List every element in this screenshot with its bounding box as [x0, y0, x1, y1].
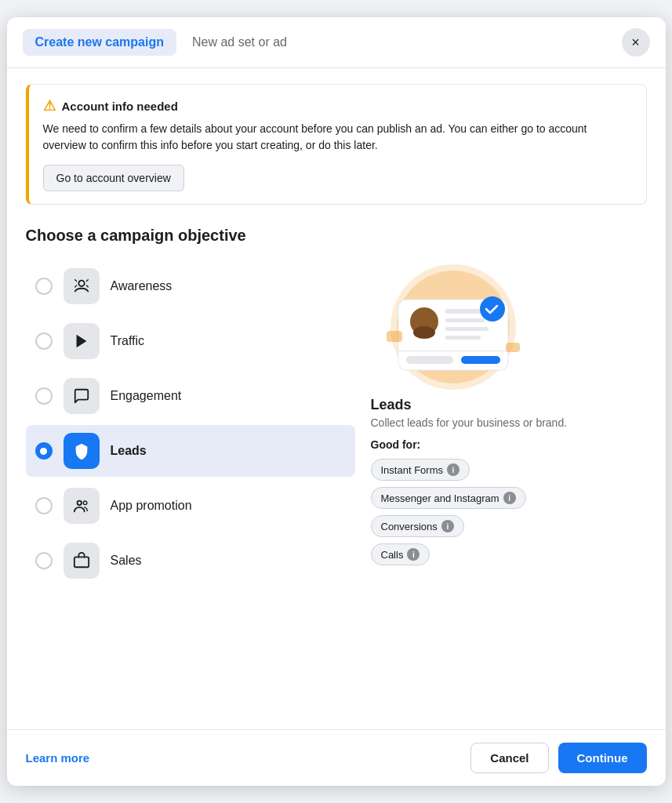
objective-item-engagement[interactable]: Engagement — [26, 370, 355, 422]
svg-rect-12 — [445, 336, 481, 340]
svg-rect-3 — [74, 557, 88, 567]
modal-footer: Learn more Cancel Continue — [7, 729, 666, 786]
leads-label: Leads — [111, 444, 147, 458]
tag-conversions-label: Conversions — [381, 521, 438, 532]
svg-point-1 — [77, 501, 82, 506]
tag-messenger-instagram: Messenger and Instagram i — [371, 487, 526, 509]
app-promotion-icon — [73, 497, 90, 514]
section-title: Choose a campaign objective — [26, 227, 647, 245]
svg-point-16 — [480, 296, 505, 322]
objective-item-traffic[interactable]: Traffic — [26, 315, 355, 367]
close-icon: × — [631, 35, 640, 51]
tab-new-ad-set[interactable]: New ad set or ad — [192, 35, 287, 49]
awareness-icon-box — [64, 268, 100, 304]
leads-illustration — [371, 260, 536, 394]
radio-app-promotion[interactable] — [35, 497, 53, 514]
leads-icon — [73, 442, 90, 460]
radio-leads[interactable] — [35, 442, 53, 460]
tag-instant-forms-info[interactable]: i — [447, 463, 460, 476]
traffic-label: Traffic — [111, 334, 145, 348]
radio-awareness[interactable] — [35, 278, 53, 295]
campaign-content: Awareness Traffic — [26, 260, 647, 587]
objective-list: Awareness Traffic — [26, 260, 355, 587]
radio-engagement[interactable] — [35, 387, 53, 405]
objective-item-leads[interactable]: Leads — [26, 425, 355, 477]
tab-create-campaign[interactable]: Create new campaign — [23, 29, 177, 56]
engagement-icon-box — [64, 378, 100, 414]
cancel-button[interactable]: Cancel — [470, 743, 548, 773]
objective-item-app-promotion[interactable]: App promotion — [26, 480, 355, 532]
svg-point-8 — [413, 326, 435, 339]
close-button[interactable]: × — [622, 28, 650, 56]
modal-header: Create new campaign New ad set or ad × — [7, 17, 666, 68]
tag-instant-forms: Instant Forms i — [371, 459, 470, 481]
svg-rect-17 — [387, 331, 402, 342]
svg-rect-13 — [398, 351, 508, 351]
warning-title: ⚠ Account info needed — [43, 97, 632, 114]
sales-label: Sales — [111, 554, 142, 568]
sales-icon-box — [64, 543, 100, 579]
good-for-label: Good for: — [371, 438, 647, 451]
tag-calls-label: Calls — [381, 549, 404, 561]
tag-conversions-info[interactable]: i — [441, 520, 454, 532]
account-overview-button[interactable]: Go to account overview — [43, 165, 184, 191]
traffic-icon — [73, 332, 90, 350]
svg-point-2 — [83, 501, 87, 505]
footer-actions: Cancel Continue — [470, 743, 646, 773]
tag-messenger-instagram-label: Messenger and Instagram — [381, 492, 499, 504]
traffic-icon-box — [64, 323, 100, 359]
objective-item-awareness[interactable]: Awareness — [26, 260, 355, 312]
app-promotion-icon-box — [64, 488, 100, 524]
warning-banner: ⚠ Account info needed We need to confirm… — [26, 84, 647, 205]
svg-rect-15 — [461, 356, 500, 364]
tag-calls-info[interactable]: i — [407, 548, 420, 561]
continue-button[interactable]: Continue — [558, 743, 647, 773]
sales-icon — [73, 552, 90, 569]
svg-rect-11 — [445, 327, 489, 331]
app-promotion-label: App promotion — [111, 499, 192, 513]
warning-title-text: Account info needed — [62, 100, 178, 113]
awareness-icon — [73, 278, 90, 295]
tag-instant-forms-label: Instant Forms — [381, 464, 443, 476]
warning-icon: ⚠ — [43, 97, 56, 114]
objective-detail: Leads Collect leads for your business or… — [355, 260, 647, 587]
svg-rect-14 — [406, 356, 453, 364]
svg-point-0 — [78, 281, 84, 286]
engagement-icon — [73, 387, 90, 405]
detail-title: Leads — [371, 397, 647, 413]
modal-body: ⚠ Account info needed We need to confirm… — [7, 68, 666, 729]
objective-item-sales[interactable]: Sales — [26, 535, 355, 587]
tag-calls: Calls i — [371, 543, 430, 565]
tag-conversions: Conversions i — [371, 515, 464, 537]
svg-rect-10 — [445, 318, 485, 322]
tags-container: Instant Forms i Messenger and Instagram … — [371, 459, 647, 565]
radio-traffic[interactable] — [35, 332, 53, 350]
learn-more-link[interactable]: Learn more — [26, 751, 90, 765]
detail-description: Collect leads for your business or brand… — [371, 416, 647, 429]
radio-sales[interactable] — [35, 552, 53, 569]
engagement-label: Engagement — [111, 389, 182, 403]
leads-icon-box — [64, 433, 100, 469]
warning-text: We need to confirm a few details about y… — [43, 121, 632, 154]
tag-messenger-instagram-info[interactable]: i — [503, 492, 516, 504]
awareness-label: Awareness — [111, 279, 173, 293]
svg-rect-18 — [506, 343, 520, 352]
campaign-modal: Create new campaign New ad set or ad × ⚠… — [7, 17, 666, 786]
